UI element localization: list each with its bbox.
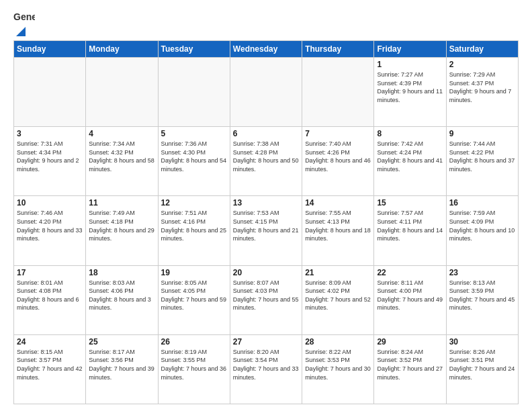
day-info: Sunrise: 8:09 AMSunset: 4:02 PMDaylight:…: [305, 279, 371, 312]
day-cell-23: 23Sunrise: 8:13 AMSunset: 3:59 PMDayligh…: [446, 265, 518, 334]
logo: General: [13, 11, 35, 35]
day-number: 23: [449, 268, 515, 277]
day-cell-empty: [14, 58, 86, 127]
day-cell-11: 11Sunrise: 7:49 AMSunset: 4:18 PMDayligh…: [86, 196, 158, 265]
day-number: 11: [89, 198, 154, 208]
day-number: 3: [17, 129, 83, 138]
weekday-header-friday: Friday: [374, 41, 446, 58]
day-number: 7: [305, 129, 371, 138]
day-info: Sunrise: 7:57 AMSunset: 4:11 PMDaylight:…: [377, 209, 443, 242]
weekday-header-tuesday: Tuesday: [158, 41, 230, 58]
day-info: Sunrise: 8:15 AMSunset: 3:57 PMDaylight:…: [17, 348, 83, 381]
day-info: Sunrise: 8:11 AMSunset: 4:00 PMDaylight:…: [377, 279, 443, 312]
day-cell-30: 30Sunrise: 8:26 AMSunset: 3:51 PMDayligh…: [446, 334, 518, 404]
day-cell-29: 29Sunrise: 8:24 AMSunset: 3:52 PMDayligh…: [374, 334, 446, 404]
day-info: Sunrise: 7:27 AMSunset: 4:39 PMDaylight:…: [377, 71, 443, 104]
day-cell-2: 2Sunrise: 7:29 AMSunset: 4:37 PMDaylight…: [446, 58, 518, 127]
day-info: Sunrise: 8:01 AMSunset: 4:08 PMDaylight:…: [17, 279, 83, 312]
day-info: Sunrise: 8:03 AMSunset: 4:06 PMDaylight:…: [89, 279, 154, 312]
page: General SundayMondayTuesdayWednesdayThur…: [0, 0, 532, 411]
day-number: 19: [161, 268, 227, 277]
day-number: 12: [161, 198, 227, 208]
day-number: 17: [17, 268, 83, 277]
day-cell-25: 25Sunrise: 8:17 AMSunset: 3:56 PMDayligh…: [86, 334, 158, 404]
day-cell-8: 8Sunrise: 7:42 AMSunset: 4:24 PMDaylight…: [374, 127, 446, 196]
day-number: 15: [377, 198, 443, 208]
day-info: Sunrise: 7:40 AMSunset: 4:26 PMDaylight:…: [305, 140, 371, 173]
weekday-header-thursday: Thursday: [302, 41, 374, 58]
calendar-table: SundayMondayTuesdayWednesdayThursdayFrid…: [13, 40, 519, 404]
week-row-3: 10Sunrise: 7:46 AMSunset: 4:20 PMDayligh…: [14, 196, 519, 265]
day-number: 24: [17, 337, 83, 347]
day-info: Sunrise: 7:53 AMSunset: 4:15 PMDaylight:…: [233, 209, 299, 242]
day-cell-9: 9Sunrise: 7:44 AMSunset: 4:22 PMDaylight…: [446, 127, 518, 196]
week-row-1: 1Sunrise: 7:27 AMSunset: 4:39 PMDaylight…: [14, 58, 519, 127]
svg-text:General: General: [13, 11, 35, 22]
day-cell-13: 13Sunrise: 7:53 AMSunset: 4:15 PMDayligh…: [230, 196, 302, 265]
week-row-5: 24Sunrise: 8:15 AMSunset: 3:57 PMDayligh…: [14, 334, 519, 404]
day-number: 28: [305, 337, 371, 347]
day-info: Sunrise: 7:31 AMSunset: 4:34 PMDaylight:…: [17, 140, 83, 173]
day-number: 4: [89, 129, 154, 138]
day-number: 8: [377, 129, 443, 138]
day-info: Sunrise: 7:34 AMSunset: 4:32 PMDaylight:…: [89, 140, 154, 173]
day-number: 25: [89, 337, 154, 347]
day-number: 16: [449, 198, 515, 208]
logo-icon: General: [13, 11, 35, 26]
day-cell-16: 16Sunrise: 7:59 AMSunset: 4:09 PMDayligh…: [446, 196, 518, 265]
day-info: Sunrise: 7:46 AMSunset: 4:20 PMDaylight:…: [17, 209, 83, 242]
day-info: Sunrise: 7:49 AMSunset: 4:18 PMDaylight:…: [89, 209, 154, 242]
day-number: 5: [161, 129, 227, 138]
week-row-2: 3Sunrise: 7:31 AMSunset: 4:34 PMDaylight…: [14, 127, 519, 196]
day-cell-1: 1Sunrise: 7:27 AMSunset: 4:39 PMDaylight…: [374, 58, 446, 127]
day-cell-empty: [302, 58, 374, 127]
weekday-header-row: SundayMondayTuesdayWednesdayThursdayFrid…: [14, 41, 519, 58]
day-info: Sunrise: 7:36 AMSunset: 4:30 PMDaylight:…: [161, 140, 227, 173]
day-number: 30: [449, 337, 515, 347]
day-number: 1: [377, 60, 443, 69]
week-row-4: 17Sunrise: 8:01 AMSunset: 4:08 PMDayligh…: [14, 265, 519, 334]
day-info: Sunrise: 7:29 AMSunset: 4:37 PMDaylight:…: [449, 71, 515, 104]
day-cell-19: 19Sunrise: 8:05 AMSunset: 4:05 PMDayligh…: [158, 265, 230, 334]
day-info: Sunrise: 8:17 AMSunset: 3:56 PMDaylight:…: [89, 348, 154, 381]
day-number: 9: [449, 129, 515, 138]
day-cell-empty: [158, 58, 230, 127]
day-number: 18: [89, 268, 154, 277]
day-cell-17: 17Sunrise: 8:01 AMSunset: 4:08 PMDayligh…: [14, 265, 86, 334]
day-info: Sunrise: 7:55 AMSunset: 4:13 PMDaylight:…: [305, 209, 371, 242]
day-cell-12: 12Sunrise: 7:51 AMSunset: 4:16 PMDayligh…: [158, 196, 230, 265]
day-info: Sunrise: 7:51 AMSunset: 4:16 PMDaylight:…: [161, 209, 227, 242]
day-cell-empty: [86, 58, 158, 127]
day-info: Sunrise: 8:13 AMSunset: 3:59 PMDaylight:…: [449, 279, 515, 312]
weekday-header-sunday: Sunday: [14, 41, 86, 58]
day-number: 2: [449, 60, 515, 69]
day-cell-26: 26Sunrise: 8:19 AMSunset: 3:55 PMDayligh…: [158, 334, 230, 404]
day-number: 6: [233, 129, 299, 138]
day-cell-7: 7Sunrise: 7:40 AMSunset: 4:26 PMDaylight…: [302, 127, 374, 196]
day-cell-empty: [230, 58, 302, 127]
day-number: 20: [233, 268, 299, 277]
day-cell-24: 24Sunrise: 8:15 AMSunset: 3:57 PMDayligh…: [14, 334, 86, 404]
day-cell-15: 15Sunrise: 7:57 AMSunset: 4:11 PMDayligh…: [374, 196, 446, 265]
day-number: 29: [377, 337, 443, 347]
svg-marker-1: [16, 27, 26, 36]
day-number: 21: [305, 268, 371, 277]
day-info: Sunrise: 8:24 AMSunset: 3:52 PMDaylight:…: [377, 348, 443, 381]
day-info: Sunrise: 8:19 AMSunset: 3:55 PMDaylight:…: [161, 348, 227, 381]
day-info: Sunrise: 8:22 AMSunset: 3:53 PMDaylight:…: [305, 348, 371, 381]
day-cell-14: 14Sunrise: 7:55 AMSunset: 4:13 PMDayligh…: [302, 196, 374, 265]
day-cell-5: 5Sunrise: 7:36 AMSunset: 4:30 PMDaylight…: [158, 127, 230, 196]
day-number: 10: [17, 198, 83, 208]
day-cell-6: 6Sunrise: 7:38 AMSunset: 4:28 PMDaylight…: [230, 127, 302, 196]
logo-triangle-icon: [15, 26, 27, 38]
day-info: Sunrise: 7:59 AMSunset: 4:09 PMDaylight:…: [449, 209, 515, 242]
header: General: [13, 11, 519, 35]
day-info: Sunrise: 7:42 AMSunset: 4:24 PMDaylight:…: [377, 140, 443, 173]
day-cell-21: 21Sunrise: 8:09 AMSunset: 4:02 PMDayligh…: [302, 265, 374, 334]
day-info: Sunrise: 8:07 AMSunset: 4:03 PMDaylight:…: [233, 279, 299, 312]
day-number: 26: [161, 337, 227, 347]
day-cell-20: 20Sunrise: 8:07 AMSunset: 4:03 PMDayligh…: [230, 265, 302, 334]
day-cell-4: 4Sunrise: 7:34 AMSunset: 4:32 PMDaylight…: [86, 127, 158, 196]
day-cell-27: 27Sunrise: 8:20 AMSunset: 3:54 PMDayligh…: [230, 334, 302, 404]
weekday-header-monday: Monday: [86, 41, 158, 58]
